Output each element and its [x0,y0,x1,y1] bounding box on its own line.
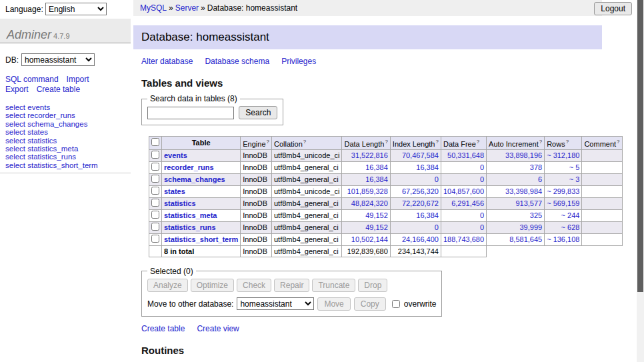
data-free-link[interactable]: 50,331,648 [447,151,484,159]
repair-button[interactable]: Repair [274,279,309,292]
help-link[interactable]: ? [385,139,387,145]
data-length-link[interactable]: 16,384 [365,175,388,183]
auto-increment-link[interactable]: 378 [530,163,542,171]
search-button[interactable]: Search [239,106,277,119]
auto-increment-link[interactable]: 33,398,984 [505,187,542,195]
row-checkbox-statistics_meta[interactable] [151,211,159,219]
move-button[interactable]: Move [317,297,350,311]
drop-button[interactable]: Drop [358,279,387,292]
data-length-link[interactable]: 16,384 [365,163,388,171]
rows-link[interactable]: ~ 299,833 [547,187,579,195]
logout-button[interactable]: Logout [594,2,632,15]
data-length-link[interactable]: 10,502,144 [351,235,388,243]
rows-link[interactable]: ~ 3 [569,175,580,183]
scrollbar[interactable] [637,0,644,362]
index-length-link[interactable]: 72,220,672 [402,199,439,207]
select-link-recorder_runs[interactable]: select [5,111,25,119]
index-length-link[interactable]: 16,384 [416,163,439,171]
adminer-logo-link[interactable]: Adminer [7,28,51,41]
row-checkbox-schema_changes[interactable] [151,175,159,183]
select-all-checkbox[interactable] [151,138,159,146]
move-db-select[interactable]: homeassistant [237,297,314,310]
index-length-link[interactable]: 24,166,400 [402,235,439,243]
sql-command-link[interactable]: SQL command [5,75,59,84]
truncate-button[interactable]: Truncate [312,279,355,292]
search-input[interactable] [147,107,234,119]
row-checkbox-states[interactable] [151,187,159,195]
rows-link[interactable]: ~ 136,108 [547,235,579,243]
language-select[interactable]: English [45,3,107,15]
database-schema-link[interactable]: Database schema [205,57,269,66]
select-link-states[interactable]: select [5,128,25,136]
data-free-link[interactable]: 0 [480,163,484,171]
import-link[interactable]: Import [67,75,89,84]
help-link[interactable]: ? [477,139,479,145]
check-button[interactable]: Check [237,279,271,292]
table-link-statistics[interactable]: statistics [27,137,57,145]
table-link-statistics_meta[interactable]: statistics_meta [27,145,78,153]
select-link-statistics_meta[interactable]: select [5,145,25,153]
copy-button[interactable]: Copy [354,297,386,311]
help-link[interactable]: ? [267,139,269,145]
breadcrumb-link-mysql[interactable]: MySQL [140,3,167,13]
row-checkbox-recorder_runs[interactable] [151,163,159,171]
data-free-link[interactable]: 0 [480,211,484,219]
auto-increment-link[interactable]: 33,898,196 [505,151,542,159]
select-link-statistics_runs[interactable]: select [5,153,25,161]
data-free-link[interactable]: 0 [480,223,484,231]
create-table-link[interactable]: Create table [37,85,80,94]
index-length-link[interactable]: 67,256,320 [402,187,439,195]
table-link-schema_changes[interactable]: schema_changes [27,120,87,128]
table-link-states[interactable]: states [27,128,48,136]
select-link-events[interactable]: select [5,103,25,111]
index-length-link[interactable]: 0 [435,223,439,231]
rows-link[interactable]: ~ 569,159 [547,199,579,207]
help-link[interactable]: ? [435,139,438,145]
breadcrumb-link-server[interactable]: Server [175,3,199,13]
analyze-button[interactable]: Analyze [147,279,188,292]
row-checkbox-statistics[interactable] [151,199,159,207]
help-link[interactable]: ? [539,139,542,145]
rows-link[interactable]: ~ 628 [561,223,580,231]
data-length-link[interactable]: 49,152 [365,223,388,231]
create-view-link[interactable]: Create view [197,324,239,333]
table-name-link-states[interactable]: states [164,187,185,195]
table-name-link-statistics_runs[interactable]: statistics_runs [164,223,216,231]
index-length-link[interactable]: 16,384 [416,211,439,219]
table-name-link-statistics_meta[interactable]: statistics_meta [164,211,217,219]
table-name-link-events[interactable]: events [164,151,187,159]
optimize-button[interactable]: Optimize [191,279,234,292]
data-length-link[interactable]: 101,859,328 [347,187,388,195]
help-link[interactable]: ? [566,139,569,145]
privileges-link[interactable]: Privileges [281,57,316,66]
rows-link[interactable]: ~ 5 [569,163,580,171]
table-link-events[interactable]: events [27,103,50,111]
auto-increment-link[interactable]: 39,999 [520,223,543,231]
help-link[interactable]: ? [617,139,619,145]
data-free-link[interactable]: 104,857,600 [443,187,484,195]
index-length-link[interactable]: 70,467,584 [402,151,439,159]
table-name-link-statistics_short_term[interactable]: statistics_short_term [164,235,238,243]
help-link[interactable]: ? [303,139,306,145]
rows-link[interactable]: ~ 244 [561,211,580,219]
create-table-link[interactable]: Create table [141,324,185,333]
overwrite-label[interactable]: overwrite [404,299,437,309]
row-checkbox-events[interactable] [151,151,159,159]
data-length-link[interactable]: 48,824,320 [351,199,388,207]
scrollbar-thumb[interactable] [637,0,643,292]
select-link-statistics[interactable]: select [5,137,25,145]
auto-increment-link[interactable]: 325 [530,211,542,219]
table-name-link-schema_changes[interactable]: schema_changes [164,175,225,183]
alter-database-link[interactable]: Alter database [141,57,193,66]
data-free-link[interactable]: 0 [480,175,484,183]
data-length-link[interactable]: 49,152 [365,211,388,219]
index-length-link[interactable]: 0 [435,175,439,183]
row-checkbox-statistics_runs[interactable] [151,223,159,231]
db-select[interactable]: homeassistant [21,53,95,66]
table-link-recorder_runs[interactable]: recorder_runs [27,111,75,119]
rows-link[interactable]: ~ 312,180 [547,151,579,159]
table-link-statistics_short_term[interactable]: statistics_short_term [27,161,97,169]
overwrite-checkbox[interactable] [392,300,400,308]
auto-increment-link[interactable]: 6 [538,175,542,183]
table-name-link-statistics[interactable]: statistics [164,199,196,207]
